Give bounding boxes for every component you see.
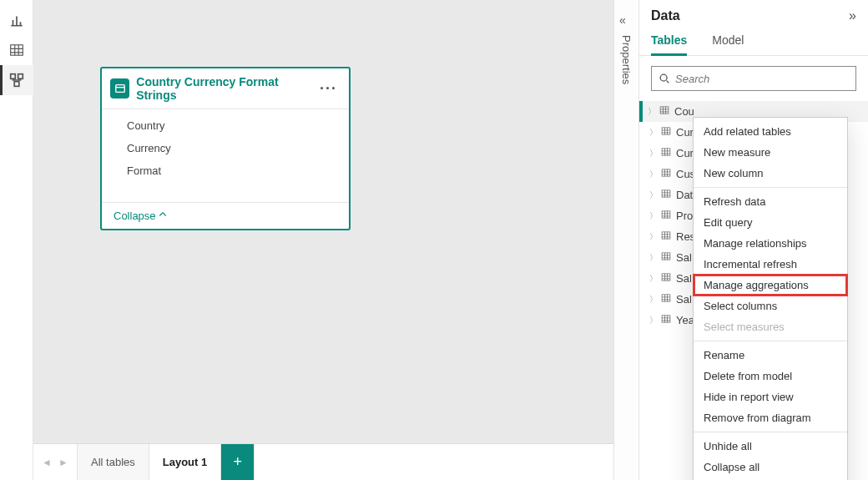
table-icon [659, 230, 673, 243]
table-icon [659, 147, 673, 159]
tab-nav: ◄ ► [33, 444, 78, 480]
table-name: Sal [676, 272, 692, 285]
tab-model[interactable]: Model [712, 33, 744, 55]
app-root: Country Currency Format Strings ··· Coun… [0, 0, 868, 480]
chevron-right-icon: 〉 [646, 106, 658, 118]
menu-item[interactable]: Manage aggregations [694, 275, 847, 296]
data-view-button[interactable] [0, 35, 33, 65]
table-icon [659, 189, 673, 201]
data-pane-header: Data » [639, 0, 868, 27]
card-header[interactable]: Country Currency Format Strings ··· [102, 68, 349, 109]
card-more-button[interactable]: ··· [316, 81, 341, 96]
menu-item: Select measures [694, 316, 847, 337]
card-collapse-button[interactable]: Collapse [102, 202, 349, 229]
menu-item[interactable]: New column [694, 163, 847, 184]
table-name: Sal [676, 293, 692, 306]
diagram-table-card[interactable]: Country Currency Format Strings ··· Coun… [100, 67, 351, 230]
svg-rect-4 [115, 85, 124, 93]
table-icon [659, 293, 673, 306]
diagram-canvas[interactable]: Country Currency Format Strings ··· Coun… [33, 0, 613, 443]
chevron-right-icon: 〉 [648, 294, 659, 306]
table-icon [659, 272, 673, 285]
card-field[interactable]: Country [102, 114, 349, 137]
menu-separator [694, 432, 847, 432]
menu-item[interactable]: Manage relationships [694, 233, 847, 254]
collapse-label: Collapse [114, 210, 156, 222]
menu-item[interactable]: Collapse all [694, 457, 847, 477]
svg-rect-6 [660, 107, 669, 114]
bar-chart-icon [9, 13, 24, 28]
table-icon [658, 105, 671, 118]
chevron-right-icon: 〉 [648, 210, 659, 222]
table-icon [659, 210, 673, 222]
card-field[interactable]: Currency [102, 137, 349, 159]
table-name: Cur [676, 126, 694, 139]
svg-rect-16 [662, 316, 670, 322]
svg-rect-8 [662, 149, 670, 155]
menu-item[interactable]: Edit query [694, 212, 847, 233]
svg-rect-14 [662, 274, 670, 280]
chevron-double-left-icon[interactable]: « [619, 13, 626, 27]
chevron-right-icon: 〉 [648, 252, 659, 264]
chevron-right-icon: 〉 [648, 231, 659, 243]
menu-item[interactable]: Delete from model [694, 366, 847, 387]
table-context-menu: Add related tablesNew measureNew columnR… [693, 117, 848, 480]
add-layout-button[interactable]: + [221, 444, 255, 480]
search-input[interactable] [675, 73, 849, 85]
svg-rect-9 [662, 169, 670, 176]
menu-item[interactable]: Unhide all [694, 436, 847, 457]
search-icon [659, 73, 670, 84]
tab-layout-1[interactable]: Layout 1 [149, 444, 221, 480]
menu-item[interactable]: New measure [694, 142, 847, 163]
chevron-right-icon: 〉 [648, 189, 659, 201]
table-icon [659, 251, 673, 264]
table-icon [659, 168, 673, 180]
diagram-area: Country Currency Format Strings ··· Coun… [33, 0, 613, 480]
data-pane-title: Data [651, 8, 680, 23]
tabs-prev-button[interactable]: ◄ [38, 444, 55, 481]
report-view-button[interactable] [0, 5, 33, 35]
chevron-right-icon: 〉 [648, 148, 659, 159]
menu-separator [694, 187, 847, 188]
table-icon [110, 78, 129, 99]
menu-item[interactable]: Rename [694, 345, 847, 366]
svg-rect-13 [662, 253, 670, 260]
menu-item[interactable]: Refresh data [694, 191, 847, 212]
chevron-right-icon: 〉 [648, 315, 659, 326]
menu-item[interactable]: Remove from diagram [694, 407, 847, 428]
table-name: Yea [676, 314, 694, 326]
chevron-double-right-icon[interactable]: » [849, 8, 856, 23]
menu-separator [694, 341, 847, 341]
table-name: Pro [676, 210, 693, 222]
search-input-wrap[interactable] [651, 66, 856, 91]
svg-rect-11 [662, 211, 670, 218]
chevron-right-icon: 〉 [648, 273, 659, 285]
card-title: Country Currency Format Strings [136, 75, 316, 102]
svg-point-5 [660, 74, 667, 81]
svg-rect-0 [10, 45, 23, 55]
card-field[interactable]: Format [102, 159, 349, 182]
svg-rect-3 [14, 82, 19, 87]
model-view-button[interactable] [0, 65, 33, 95]
chevron-up-icon [158, 210, 168, 222]
menu-item[interactable]: Hide in report view [694, 387, 847, 407]
table-name: Dat [676, 189, 693, 201]
svg-rect-12 [662, 232, 670, 239]
tabs-next-button[interactable]: ► [55, 444, 72, 481]
menu-item[interactable]: Incremental refresh [694, 254, 847, 275]
model-icon [9, 73, 24, 88]
svg-rect-1 [10, 74, 15, 79]
tab-all-tables[interactable]: All tables [78, 444, 149, 480]
chevron-right-icon: 〉 [648, 169, 659, 180]
properties-pane-collapsed[interactable]: « Properties [613, 0, 638, 480]
properties-label: Properties [620, 35, 633, 84]
svg-rect-2 [18, 74, 23, 79]
table-icon [659, 314, 673, 326]
tab-tables[interactable]: Tables [651, 33, 687, 56]
menu-item[interactable]: Add related tables [694, 121, 847, 142]
chevron-right-icon: 〉 [648, 127, 659, 139]
table-name: Cou [674, 105, 694, 118]
menu-item[interactable]: Select columns [694, 296, 847, 316]
data-pane-tabs: Tables Model [639, 27, 868, 56]
table-icon [9, 43, 24, 58]
